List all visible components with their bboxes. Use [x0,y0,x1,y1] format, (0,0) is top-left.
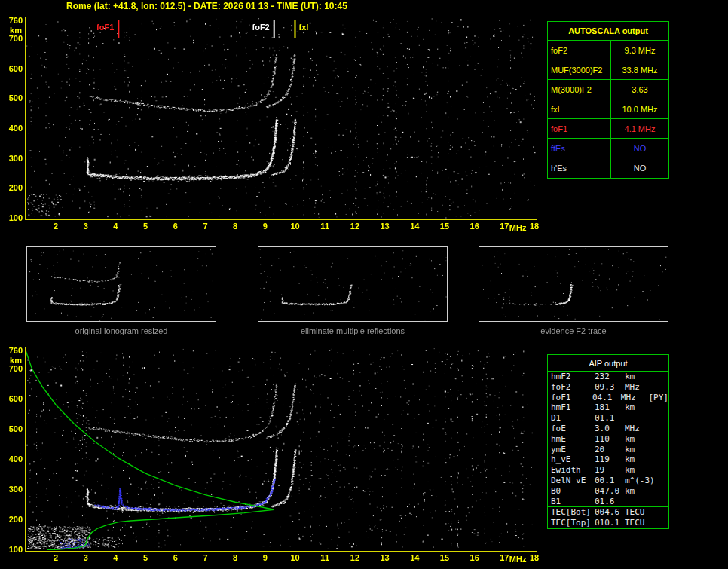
row-value: 9.3 MHz [611,41,668,60]
aip-row-label: hmF1 [551,402,595,413]
aip-row-unit: km [625,434,643,445]
aip-row: hmF1 181 km [548,402,668,413]
aip-row: B1 01.6 [548,497,668,507]
row-label: fxI [548,99,611,118]
aip-row-label: hmF2 [551,372,595,382]
aip-row: foE 3.0 MHz [548,424,668,434]
aip-row-unit: km [625,454,643,465]
aip-row-unit: m^(-3) [625,476,643,486]
aip-row: hmE 110 km [548,434,668,445]
aip-row: foF2 09.3 MHz [548,382,668,393]
aip-row: h_vE 119 km [548,454,668,465]
aip-output-table: AIP output hmF2 232 km foF2 09.3 MHz [547,354,669,529]
aip-row-label: TEC[Bot] [551,507,595,518]
row-value: 10.0 MHz [611,99,668,118]
row-value: NO [611,139,668,158]
autoscala-window: Rome (lat: +41.8, lon: 012.5) - DATE: 20… [0,0,728,569]
aip-row-unit: MHz [625,382,643,393]
aip-row-note [643,424,668,434]
row-label: h'Es [548,158,611,178]
aip-row: hmF2 232 km [548,372,668,382]
aip-row-value: 20 [595,445,625,455]
aip-row-label: h_vE [551,454,595,465]
aip-row-label: foF2 [551,382,595,393]
table-row: foF2 9.3 MHz [548,41,668,60]
aip-row-value: 19 [595,465,625,476]
aip-tec-row: TEC[Bot] 004.6 TECU [548,507,668,518]
aip-row: D1 01.1 [548,413,668,424]
page-title: Rome (lat: +41.8, lon: 012.5) - DATE: 20… [66,1,347,11]
aip-row-label: foE [551,424,595,434]
autoscala-table-rows: foF2 9.3 MHz MUF(3000)F2 33.8 MHz M(3000… [548,41,668,178]
aip-row-note [643,402,668,413]
aip-row: DelN_vE 00.1 m^(-3) [548,476,668,486]
aip-row-unit: km [625,465,643,476]
aip-row-note [643,497,668,507]
row-value: NO [611,158,668,178]
aip-row-label: TEC[Top] [551,518,595,528]
autoscala-table-header: AUTOSCALA output [548,22,668,41]
aip-table-rows: hmF2 232 km foF2 09.3 MHz foF1 04.1 MHz [548,372,668,506]
aip-row-label: Ewidth [551,465,595,476]
aip-row-label: ymE [551,445,595,455]
aip-row-value: 119 [595,454,625,465]
row-value: 3.63 [611,80,668,99]
aip-row-unit: TECU [625,507,643,518]
aip-row-note [643,476,668,486]
aip-row-value: 00.1 [595,476,625,486]
row-label: foF1 [548,119,611,138]
aip-row-label: DelN_vE [551,476,595,486]
aip-row-note [643,445,668,455]
aip-row-label: D1 [551,413,595,424]
aip-row-note [643,413,668,424]
aip-row-value: 181 [595,402,625,413]
aip-row-value: 004.6 [595,507,625,518]
table-row: h'Es NO [548,158,668,178]
thumbnail-caption-evidence: evidence F2 trace [479,326,668,335]
aip-row-value: 3.0 [595,424,625,434]
aip-row: ymE 20 km [548,445,668,455]
aip-row-unit: km [625,402,643,413]
aip-row-note: [PY] [638,393,669,403]
table-row: foF1 4.1 MHz [548,119,668,139]
aip-row-note [643,507,668,518]
table-row: fxI 10.0 MHz [548,99,668,119]
row-label: MUF(3000)F2 [548,60,611,79]
row-label: foF2 [548,41,611,60]
table-row: M(3000)F2 3.63 [548,80,668,99]
aip-row: foF1 04.1 MHz [PY] [548,393,668,403]
table-row: ftEs NO [548,139,668,158]
aip-row-note [643,486,668,497]
aip-row-note [643,434,668,445]
aip-row-note [643,465,668,476]
aip-row-label: B0 [551,486,595,497]
aip-row-unit [625,497,643,507]
aip-row-note [643,372,668,382]
row-label: M(3000)F2 [548,80,611,99]
aip-row-label: B1 [551,497,595,507]
thumbnail-caption-original: original ionogram resized [26,326,216,335]
aip-row-value: 09.3 [595,382,625,393]
aip-row-unit [625,413,643,424]
aip-row-value: 047.0 [595,486,625,497]
aip-row-value: 010.1 [595,518,625,528]
aip-row-label: foF1 [551,393,592,403]
aip-row-value: 01.1 [595,413,625,424]
aip-row-value: 232 [595,372,625,382]
row-value: 33.8 MHz [611,60,668,79]
aip-row: Ewidth 19 km [548,465,668,476]
aip-tec-section: TEC[Bot] 004.6 TECU TEC[Top] 010.1 TECU [548,506,668,528]
aip-row-label: hmE [551,434,595,445]
autoscala-output-table: AUTOSCALA output foF2 9.3 MHz MUF(3000)F… [547,21,669,179]
aip-row-note [643,382,668,393]
aip-row-unit: MHz [625,424,643,434]
aip-row-note [643,518,668,528]
thumbnail-caption-eliminate: eliminate multiple reflections [258,326,448,335]
aip-row-value: 04.1 [592,393,621,403]
aip-row-value: 110 [595,434,625,445]
aip-row-unit: MHz [621,393,638,403]
aip-row-unit: km [625,486,643,497]
aip-row-value: 01.6 [595,497,625,507]
table-row: MUF(3000)F2 33.8 MHz [548,60,668,80]
aip-row-unit: km [625,372,643,382]
